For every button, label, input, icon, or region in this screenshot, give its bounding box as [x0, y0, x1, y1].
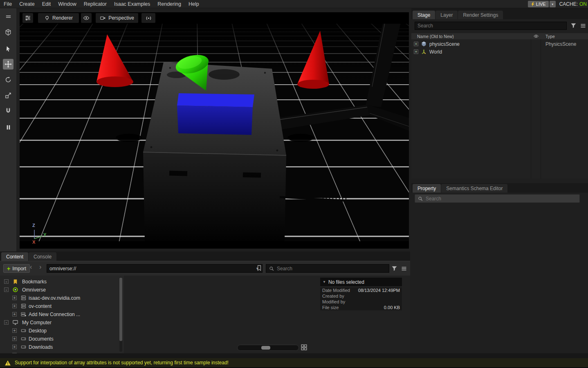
tab-semantics-schema-editor[interactable]: Semantics Schema Editor [441, 184, 507, 193]
warning-icon [4, 360, 11, 366]
prim-type: PhysicsScene [545, 41, 576, 47]
live-button[interactable]: LIVE [528, 1, 549, 7]
stage-search-input[interactable] [415, 22, 567, 30]
expand-icon[interactable]: + [12, 304, 17, 308]
detail-row: Created by [320, 293, 402, 299]
navigation-cube-button[interactable] [3, 27, 13, 38]
collapse-icon[interactable]: - [4, 287, 9, 292]
computer-icon [12, 319, 19, 326]
tree-item-my-computer[interactable]: - My Computer [0, 319, 124, 327]
menu-item-file[interactable]: File [4, 1, 12, 7]
snap-tool-button[interactable] [3, 105, 13, 116]
add-connection-icon [20, 311, 27, 318]
viewport-scene[interactable] [20, 12, 409, 249]
menubar: File Create Edit Window Replicator Isaac… [0, 0, 588, 8]
blue-box[interactable] [177, 93, 254, 135]
tab-stage[interactable]: Stage [413, 11, 435, 19]
rotate-tool-button[interactable] [3, 74, 13, 85]
slider-thumb[interactable] [261, 346, 270, 350]
tab-render-settings[interactable]: Render Settings [458, 11, 503, 19]
tree-item-server[interactable]: + ov-content [0, 302, 124, 310]
viewport[interactable]: Renderer Perspective Z Y X [20, 12, 409, 249]
filter-icon [570, 22, 577, 29]
camera-selector[interactable]: Perspective [96, 13, 138, 23]
visibility-button[interactable] [81, 13, 92, 23]
pause-button[interactable] [3, 122, 13, 132]
viewport-settings-button[interactable] [22, 13, 33, 23]
tab-console[interactable]: Console [29, 252, 56, 261]
tree-item-server[interactable]: + isaac-dev.ov.nvidia.com [0, 294, 124, 302]
tree-item-downloads[interactable]: + Downloads [0, 343, 124, 351]
column-type-label[interactable]: Type [545, 34, 555, 39]
path-input[interactable] [47, 265, 256, 272]
menu-icon [5, 13, 12, 20]
menu-item-isaac-examples[interactable]: Isaac Examples [114, 1, 150, 7]
table-box[interactable] [143, 62, 286, 241]
cache-status: CACHE:ON [559, 1, 587, 7]
tree-item-omniverse[interactable]: - Omniverse [0, 286, 124, 294]
menu-item-help[interactable]: Help [189, 1, 199, 7]
thumbnail-size-slider[interactable] [237, 345, 299, 351]
tree-item-desktop[interactable]: + Desktop [0, 327, 124, 335]
menu-item-rendering[interactable]: Rendering [157, 1, 181, 7]
content-search-input[interactable] [277, 266, 386, 272]
axis-gizmo: Z Y X [29, 224, 58, 248]
content-search[interactable] [266, 264, 389, 273]
caret-down-icon: ▼ [323, 280, 326, 284]
live-caret-button[interactable]: ▾ [550, 1, 556, 7]
tree-item-documents[interactable]: + Documents [0, 335, 124, 343]
options-icon [401, 265, 407, 272]
expand-icon[interactable]: + [12, 345, 17, 349]
path-bar[interactable]: ▼ [47, 264, 263, 273]
scale-tool-button[interactable] [3, 90, 13, 101]
content-options-button[interactable] [401, 265, 407, 272]
tab-content[interactable]: Content [1, 252, 28, 261]
audio-emitter-button[interactable] [141, 13, 155, 23]
back-button[interactable]: ‹ [30, 263, 32, 271]
toolbar-menu-button[interactable] [3, 11, 13, 22]
content-filter-button[interactable] [391, 265, 398, 272]
column-name-label[interactable]: Name (Old to New) [417, 34, 454, 39]
floor-shadow-left [116, 134, 142, 142]
collapse-icon[interactable]: - [4, 279, 9, 284]
view-toggle-button[interactable] [301, 344, 307, 351]
property-search[interactable] [415, 194, 580, 203]
renderer-selector[interactable]: Renderer [38, 13, 79, 23]
scrollbar-thumb[interactable] [119, 278, 122, 341]
tab-layer[interactable]: Layer [435, 11, 458, 19]
select-tool-button[interactable] [3, 43, 13, 54]
scrollbar-track[interactable] [119, 277, 122, 352]
expand-icon[interactable]: + [12, 296, 17, 300]
cube-tool-icon [4, 29, 12, 36]
forward-button[interactable]: › [39, 263, 41, 271]
file-grid-area[interactable] [124, 276, 319, 353]
expand-icon[interactable]: + [12, 312, 17, 316]
expand-icon[interactable]: + [12, 337, 17, 341]
stage-filter-button[interactable] [570, 22, 577, 29]
tab-property[interactable]: Property [413, 184, 441, 193]
stage-row[interactable]: + physicsScene PhysicsScene [411, 40, 588, 48]
details-panel: ▼ No files selected Date Modified 08/13/… [319, 276, 410, 353]
menu-item-edit[interactable]: Edit [42, 1, 51, 7]
prim-name: physicsScene [429, 41, 460, 47]
import-button[interactable]: + Import [3, 264, 30, 273]
details-header[interactable]: ▼ No files selected [320, 278, 402, 286]
tree-item-bookmarks[interactable]: - Bookmarks [0, 278, 124, 286]
content-tabbar: Content Console [0, 251, 410, 261]
bookmark-button[interactable] [256, 265, 263, 272]
stage-row[interactable]: + World [411, 48, 588, 56]
collapse-icon[interactable]: - [4, 320, 9, 325]
expand-icon[interactable]: + [414, 49, 418, 54]
expand-icon[interactable]: + [12, 328, 17, 333]
expand-icon[interactable]: + [414, 42, 418, 46]
camera-label: Perspective [108, 15, 134, 21]
stage-options-button[interactable] [580, 22, 586, 29]
eye-column-icon[interactable] [533, 34, 539, 39]
tree-item-add-connection[interactable]: + Add New Connection ... [0, 310, 124, 319]
menu-item-create[interactable]: Create [19, 1, 35, 7]
visibility-eye-icon [83, 15, 90, 21]
move-tool-button[interactable] [3, 59, 13, 70]
menu-item-window[interactable]: Window [58, 1, 76, 7]
menu-item-replicator[interactable]: Replicator [84, 1, 107, 7]
property-search-input[interactable] [426, 196, 577, 202]
